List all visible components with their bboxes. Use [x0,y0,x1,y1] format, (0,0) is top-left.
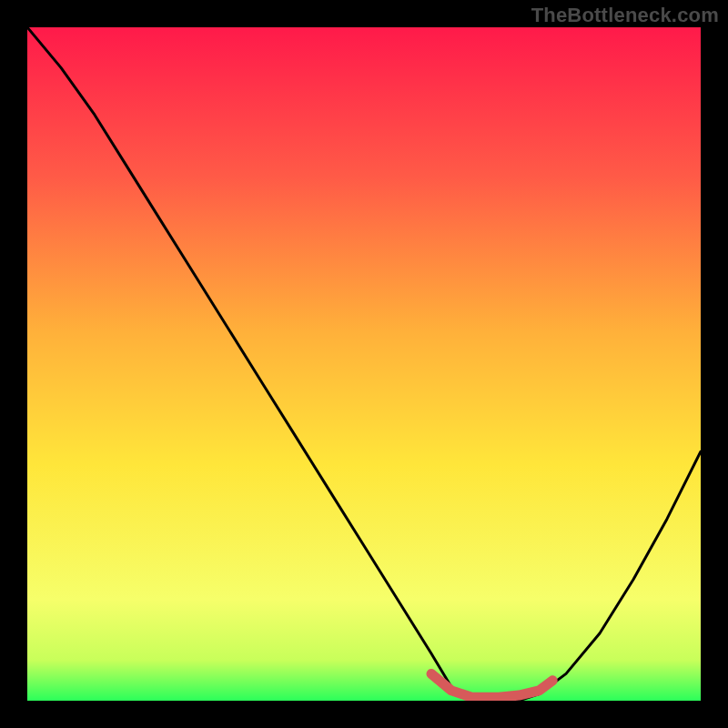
chart-frame: TheBottleneck.com [0,0,728,728]
gradient-background [27,27,701,701]
plot-svg [27,27,701,701]
watermark-text: TheBottleneck.com [531,4,719,27]
plot-area [27,27,701,701]
